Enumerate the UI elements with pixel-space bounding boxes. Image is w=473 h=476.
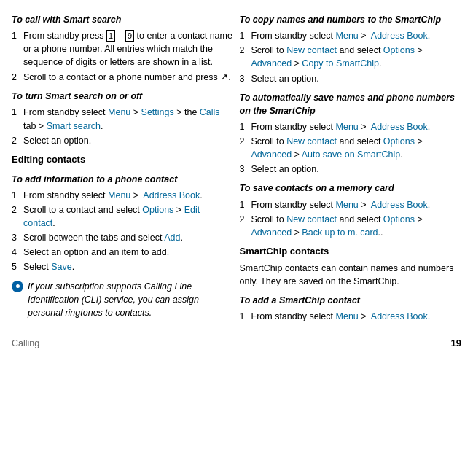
note-box: If your subscription supports Calling Li… [12, 280, 234, 319]
step-item: 2 Scroll to a contact and select Options… [12, 203, 234, 230]
step-item: 1 From standby select Menu > Address Boo… [240, 310, 462, 323]
add-smartchip-steps: 1 From standby select Menu > Address Boo… [240, 310, 462, 323]
add-info-steps: 1 From standby select Menu > Address Boo… [12, 189, 234, 274]
add-link[interactable]: Add [164, 233, 180, 243]
step-item: 2 Scroll to New contact and select Optio… [240, 44, 462, 70]
key-9: 9 [125, 30, 134, 42]
step-content: From standby select Menu > Address Book. [251, 198, 431, 211]
advanced-link[interactable]: Advanced [251, 149, 292, 160]
new-contact-link[interactable]: New contact [286, 214, 337, 225]
address-book-link[interactable]: Address Book [143, 190, 200, 200]
step-item: 2 Scroll to a contact or a phone number … [12, 71, 234, 85]
smartchip-desc: SmartChip contacts can contain names and… [240, 262, 462, 288]
menu-link[interactable]: Menu [336, 31, 359, 41]
step-content: Select an option. [251, 72, 319, 85]
step-number: 2 [12, 71, 20, 85]
step-content: Select an option and an item to add. [23, 246, 169, 259]
step-item: 1 From standby select Menu > Settings > … [12, 106, 234, 132]
smart-search-steps: 1 From standby press 1 – 9 to enter a co… [12, 29, 234, 84]
smart-search-link[interactable]: Smart search [47, 121, 101, 131]
menu-link[interactable]: Menu [336, 122, 359, 132]
left-column: To call with Smart search 1 From standby… [12, 7, 234, 326]
options-link[interactable]: Options [383, 136, 415, 147]
step-item: 5 Select Save. [12, 260, 234, 273]
step-item: 3 Select an option. [240, 72, 462, 85]
address-book-link[interactable]: Address Book [371, 311, 428, 321]
step-content: Select an option. [23, 134, 91, 147]
step-content: Scroll to a contact and select Options >… [23, 203, 234, 230]
new-contact-link[interactable]: New contact [286, 45, 337, 55]
step-content: From standby select Menu > Settings > th… [23, 106, 234, 132]
step-item: 2 Scroll to New contact and select Optio… [240, 213, 462, 239]
new-contact-link[interactable]: New contact [286, 136, 337, 147]
options-link[interactable]: Options [142, 205, 173, 215]
editing-contacts-title: Editing contacts [12, 153, 234, 167]
step-item: 1 From standby select Menu > Address Boo… [240, 120, 462, 133]
step-number: 1 [240, 29, 249, 42]
note-icon-dot [16, 284, 20, 288]
add-smartchip-title: To add a SmartChip contact [240, 294, 462, 307]
options-link[interactable]: Options [383, 214, 415, 225]
key-1: 1 [106, 30, 115, 42]
step-item: 1 From standby press 1 – 9 to enter a co… [12, 29, 234, 69]
step-item: 1 From standby select Menu > Address Boo… [240, 198, 462, 211]
step-item: 3 Select an option. [240, 163, 462, 176]
step-number: 2 [240, 213, 249, 239]
save-memory-title: To save contacts on a memory card [240, 182, 462, 195]
step-content: From standby press 1 – 9 to enter a cont… [23, 29, 234, 69]
step-content: Scroll to New contact and select Options… [251, 44, 462, 70]
auto-save-steps: 1 From standby select Menu > Address Boo… [240, 120, 462, 176]
advanced-link[interactable]: Advanced [251, 58, 292, 69]
address-book-link[interactable]: Address Book [371, 31, 428, 41]
step-number: 1 [240, 310, 249, 323]
step-number: 4 [12, 246, 20, 259]
options-link[interactable]: Options [383, 45, 415, 55]
step-content: From standby select Menu > Address Book. [251, 120, 431, 133]
step-content: From standby select Menu > Address Book. [251, 29, 431, 42]
step-content: Scroll to a contact or a phone number an… [23, 71, 231, 85]
call-icon: ↗ [220, 71, 228, 82]
step-number: 2 [240, 135, 249, 161]
menu-link[interactable]: Menu [336, 311, 359, 321]
step-item: 1 From standby select Menu > Address Boo… [12, 189, 234, 202]
address-book-link[interactable]: Address Book [371, 122, 428, 132]
step-item: 3 Scroll between the tabs and select Add… [12, 231, 234, 244]
footer-page-number: 19 [451, 338, 461, 348]
step-number: 1 [240, 198, 249, 211]
note-text: If your subscription supports Calling Li… [28, 280, 234, 319]
step-number: 2 [240, 44, 249, 70]
smart-search-onoff-title: To turn Smart search on or off [12, 90, 234, 103]
main-content: To call with Smart search 1 From standby… [12, 7, 461, 326]
step-content: Scroll to New contact and select Options… [251, 135, 462, 161]
step-item: 2 Select an option. [12, 134, 234, 147]
advanced-link[interactable]: Advanced [251, 227, 292, 238]
step-item: 4 Select an option and an item to add. [12, 246, 234, 259]
step-number: 2 [12, 203, 20, 230]
step-number: 1 [12, 106, 20, 132]
edit-contact-link[interactable]: Edit contact [23, 205, 200, 228]
step-number: 3 [240, 72, 249, 85]
smart-search-onoff-steps: 1 From standby select Menu > Settings > … [12, 106, 234, 147]
copy-smartchip-link[interactable]: Copy to SmartChip [302, 58, 379, 69]
step-content: From standby select Menu > Address Book. [251, 310, 431, 323]
step-number: 3 [12, 231, 20, 244]
address-book-link[interactable]: Address Book [371, 200, 428, 210]
right-column: To copy names and numbers to the SmartCh… [240, 7, 462, 326]
add-info-title: To add information to a phone contact [12, 173, 234, 186]
copy-names-title: To copy names and numbers to the SmartCh… [240, 13, 462, 26]
menu-link[interactable]: Menu [108, 107, 130, 117]
step-number: 1 [12, 189, 20, 202]
menu-link[interactable]: Menu [108, 190, 130, 200]
auto-save-link[interactable]: Auto save on SmartChip [302, 149, 401, 160]
auto-save-title: To automatically save names and phone nu… [240, 91, 462, 117]
back-up-link[interactable]: Back up to m. card [302, 227, 378, 238]
step-content: Scroll to New contact and select Options… [251, 213, 462, 239]
menu-link[interactable]: Menu [336, 200, 359, 210]
step-number: 1 [240, 120, 249, 133]
footer-calling-label: Calling [12, 338, 39, 348]
save-memory-steps: 1 From standby select Menu > Address Boo… [240, 198, 462, 239]
step-item: 2 Scroll to New contact and select Optio… [240, 135, 462, 161]
calls-link[interactable]: Calls [200, 107, 220, 117]
save-link[interactable]: Save [51, 262, 72, 272]
settings-link[interactable]: Settings [141, 107, 174, 117]
